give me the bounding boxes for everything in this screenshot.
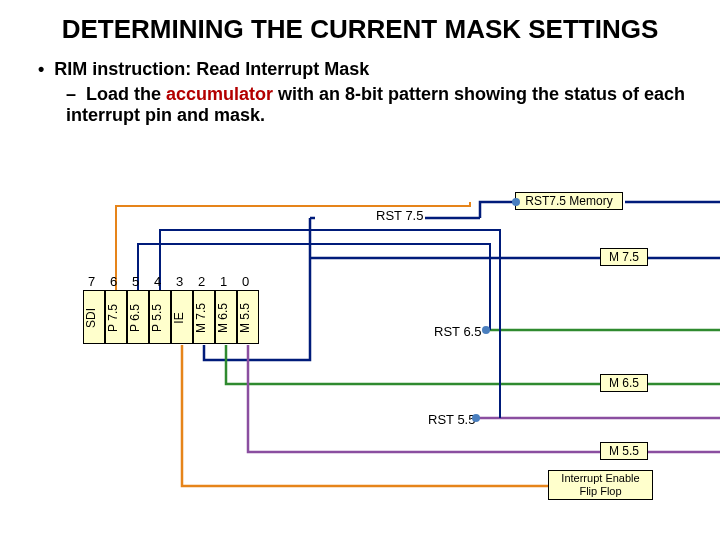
bit-cell-7: SDI bbox=[83, 290, 105, 344]
bit-cell-6: P 7.5 bbox=[105, 290, 127, 344]
bit-label-p55: P 5.5 bbox=[150, 291, 172, 345]
bit-index-5: 5 bbox=[132, 274, 139, 289]
m65-box: M 6.5 bbox=[600, 374, 648, 392]
junction-dot bbox=[472, 414, 480, 422]
bit-cell-2: M 7.5 bbox=[193, 290, 215, 344]
bullet-2: – Load the accumulator with an 8-bit pat… bbox=[66, 84, 700, 126]
rst75-memory-box: RST7.5 Memory bbox=[515, 192, 623, 210]
bullet-1: • RIM instruction: Read Interrupt Mask bbox=[38, 59, 700, 80]
bit-index-0: 0 bbox=[242, 274, 249, 289]
bit-label-m75: M 7.5 bbox=[194, 291, 216, 345]
diagram: RST7.5 Memory M 7.5 M 6.5 M 5.5 Interrup… bbox=[0, 190, 720, 540]
bit-index-4: 4 bbox=[154, 274, 161, 289]
interrupt-enable-ff-box: Interrupt Enable Flip Flop bbox=[548, 470, 653, 500]
bullet-list: • RIM instruction: Read Interrupt Mask –… bbox=[0, 51, 720, 126]
bit-label-m55: M 5.5 bbox=[238, 291, 260, 345]
junction-dot bbox=[482, 326, 490, 334]
m75-box: M 7.5 bbox=[600, 248, 648, 266]
bit-label-sdi: SDI bbox=[84, 291, 106, 345]
m55-box: M 5.5 bbox=[600, 442, 648, 460]
bit-cell-5: P 6.5 bbox=[127, 290, 149, 344]
bullet-1-text: RIM instruction: Read Interrupt Mask bbox=[54, 59, 369, 79]
bit-cell-0: M 5.5 bbox=[237, 290, 259, 344]
rst55-label: RST 5.5 bbox=[428, 412, 475, 427]
bit-index-2: 2 bbox=[198, 274, 205, 289]
bit-label-p75: P 7.5 bbox=[106, 291, 128, 345]
bit-label-m65: M 6.5 bbox=[216, 291, 238, 345]
bit-label-ie: IE bbox=[172, 291, 194, 345]
bullet-2-pre: Load the bbox=[86, 84, 166, 104]
bit-index-3: 3 bbox=[176, 274, 183, 289]
bit-index-7: 7 bbox=[88, 274, 95, 289]
junction-dot bbox=[512, 198, 520, 206]
bit-label-p65: P 6.5 bbox=[128, 291, 150, 345]
page-title: DETERMINING THE CURRENT MASK SETTINGS bbox=[0, 0, 720, 51]
rst75-label: RST 7.5 bbox=[376, 208, 423, 223]
bullet-2-emphasis: accumulator bbox=[166, 84, 273, 104]
bit-cell-4: P 5.5 bbox=[149, 290, 171, 344]
bit-index-6: 6 bbox=[110, 274, 117, 289]
bit-cell-1: M 6.5 bbox=[215, 290, 237, 344]
bit-index-1: 1 bbox=[220, 274, 227, 289]
rst65-label: RST 6.5 bbox=[434, 324, 481, 339]
bit-cell-3: IE bbox=[171, 290, 193, 344]
